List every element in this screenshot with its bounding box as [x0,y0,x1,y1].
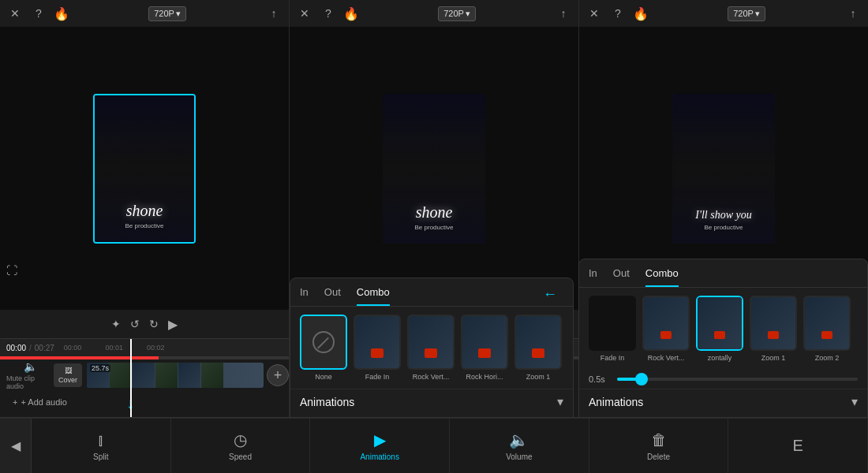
toolbar-speed-item[interactable]: ◷ Speed [171,419,311,473]
anim-item-rock-hori-1[interactable]: Rock Hori... [461,315,508,381]
anim-thumb-zontally-2[interactable] [696,296,743,351]
panel-1-redo-button[interactable]: ↻ [149,318,159,330]
timeline-1-ruler-marks: 00:00 00:01 00:02 [64,344,282,352]
panel-3-close-button[interactable]: ✕ [586,5,603,22]
panel-1-play-button[interactable]: ▶ [168,317,178,332]
video-clip-1[interactable]: 25.7s [87,363,264,388]
panel-2-quality-badge[interactable]: 720P ▾ [438,6,476,21]
panel-2-flame-icon: 🔥 [343,6,359,21]
anim-tab-in-2[interactable]: In [589,267,597,287]
anim-item-zoom1-2[interactable]: Zoom 1 [750,296,797,362]
panel-2-upload-button[interactable]: ↑ [555,5,572,22]
animations-label: Animations [360,453,398,461]
anim-item-zoom1-1[interactable]: Zoom 1 [514,315,562,381]
panel-1-controls: ✦ ↺ ↻ ▶ [0,310,289,338]
chevron-down-icon: ▾ [755,9,760,19]
timeline-1-playhead [130,339,132,417]
anim-tab-combo-1[interactable]: Combo [357,286,390,306]
anim-item-none[interactable]: None [300,315,347,381]
gondola-icon-3 [478,348,491,358]
anim-label-rock-vert-2: Rock Vert... [648,354,685,362]
anim-footer-label-1: Animations [300,396,354,408]
panel-1-video-title: shone [125,202,164,220]
panel-1-preview: shone Be productive ⛶ [0,27,289,310]
speed-icon: ◷ [234,430,247,449]
panel-3-help-button[interactable]: ? [609,5,627,22]
timeline-1-current-time: 00:00 [6,344,26,352]
panel-1-quality-badge[interactable]: 720P ▾ [148,6,186,21]
animation-panel-2: In Out Combo Fade In Rock Vert [578,259,868,418]
delete-icon: 🗑 [651,431,667,449]
toolbar-delete-item[interactable]: 🗑 Delete [589,419,729,473]
toolbar-volume-item[interactable]: 🔈 Volume [450,419,589,473]
speed-slider-handle[interactable] [635,373,648,385]
more-icon: E [793,437,803,455]
add-clip-button[interactable]: + [267,364,289,386]
anim-tabs-1: In Out Combo ← [290,278,573,307]
anim-item-zontally-2[interactable]: zontally [696,296,743,362]
anim-tab-in-1[interactable]: In [300,286,309,306]
volume-icon: 🔈 [509,430,529,449]
panel-2-video-subtitle: Be productive [415,224,454,231]
panel-1-help-button[interactable]: ? [30,5,47,22]
chevron-down-icon: ▾ [466,9,470,19]
anim-grid-1: None Fade In Rock Vert.. [290,307,573,389]
anim-tabs-2: In Out Combo [579,259,867,288]
no-anim-icon [312,331,335,353]
panel-2-header: ✕ ? 🔥 720P ▾ ↑ [290,0,578,27]
panel-2-close-button[interactable]: ✕ [296,5,313,22]
panel-2-header-left: ✕ ? 🔥 [296,5,359,22]
panel-3-quality-badge[interactable]: 720P ▾ [728,6,765,21]
panel-1-close-button[interactable]: ✕ [6,5,24,22]
anim-item-rock-vert-1[interactable]: Rock Vert... [407,315,455,381]
chevron-down-icon: ▾ [176,9,181,19]
panel-3-thumbnail: I'll show you Be productive [672,94,775,244]
speed-value-label: 0.5s [589,374,611,384]
timeline-1-mute-label: 🔈 Mute clip audio [6,360,54,390]
anim-label-zoom1-1: Zoom 1 [526,373,551,381]
panel-2-help-button[interactable]: ? [320,5,337,22]
anim-thumb-zoom1-1[interactable] [514,315,562,370]
anim-item-zoom2-2[interactable]: Zoom 2 [803,296,851,362]
cover-button[interactable]: 🖼 Cover [54,363,82,387]
split-label: Split [93,453,108,461]
panel-1-header: ✕ ? 🔥 720P ▾ ↑ [0,0,289,27]
speed-row: 0.5s [579,370,867,389]
toolbar-split-item[interactable]: ⫿ Split [32,419,171,473]
anim-thumb-fade-in-2[interactable] [589,296,636,351]
anim-label-fade-in-1: Fade In [365,373,390,381]
add-audio-button[interactable]: + + Add audio [6,394,289,410]
anim-footer-1: Animations ▾ [290,389,573,417]
panel-1-header-left: ✕ ? 🔥 [6,5,69,22]
anim-tab-out-2[interactable]: Out [613,267,630,287]
anim-thumb-zoom2-2[interactable] [803,296,851,351]
anim-thumb-fade-in-1[interactable] [354,315,401,370]
anim-label-zontally-2: zontally [708,354,732,362]
anim-tab-out-1[interactable]: Out [324,286,341,306]
anim-label-rock-vert-1: Rock Vert... [413,373,450,381]
timeline-1-ruler: 00:00 / 00:27 00:00 00:01 00:02 [0,339,289,356]
anim-thumb-rock-vert-1[interactable] [407,315,455,370]
anim-item-fade-in-1[interactable]: Fade In [354,315,401,381]
panel-1-star-button[interactable]: ✦ [111,318,121,330]
timeline-1-tracks: 🔈 Mute clip audio 🖼 Cover 25.7s [0,356,289,417]
panel-3-upload-button[interactable]: ↑ [844,5,862,22]
panel-1-upload-button[interactable]: ↑ [265,5,282,22]
anim-item-fade-in-2[interactable]: Fade In [589,296,636,362]
anim-thumb-rock-hori-1[interactable] [461,315,508,370]
panel-1-fullscreen-button[interactable]: ⛶ [6,264,17,277]
toolbar-more-item[interactable]: E [728,419,868,473]
mute-icon: 🔈 [24,360,37,373]
toolbar-animations-item[interactable]: ▶ Animations [310,419,450,473]
anim-thumb-zoom1-2[interactable] [750,296,797,351]
timeline-1-track-content: 25.7s [87,363,264,388]
anim-item-rock-vert-2[interactable]: Rock Vert... [642,296,690,362]
speed-slider[interactable] [617,378,858,381]
anim-footer-label-2: Animations [589,396,643,408]
anim-thumb-none[interactable] [300,315,347,370]
panel-1-undo-button[interactable]: ↺ [130,318,140,330]
anim-thumb-rock-vert-2[interactable] [642,296,690,351]
anim-tab-combo-2[interactable]: Combo [645,267,679,287]
back-button[interactable]: ◀ [0,419,32,474]
panel-1-thumbnail: shone Be productive [93,94,196,244]
